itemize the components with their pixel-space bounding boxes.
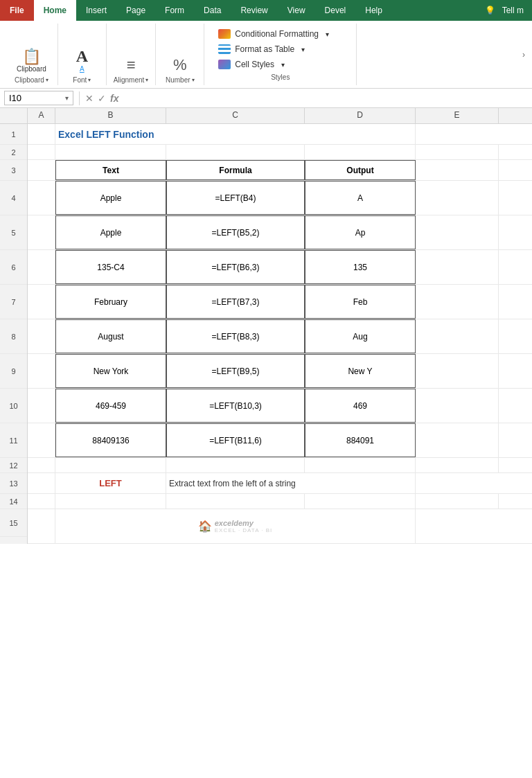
cell-B1[interactable]: Excel LEFT Function <box>55 124 416 144</box>
tab-devel[interactable]: Devel <box>315 0 356 21</box>
cell-E14[interactable] <box>416 494 499 509</box>
cell-C8[interactable]: =LEFT(B8,3) <box>166 319 305 353</box>
cell-E9[interactable] <box>416 354 499 388</box>
cell-B7[interactable]: February <box>55 285 166 319</box>
cancel-formula-icon[interactable]: ✕ <box>85 93 94 104</box>
font-button[interactable]: A A <box>68 46 96 75</box>
cell-A5[interactable] <box>28 215 55 249</box>
cell-A4[interactable] <box>28 181 55 215</box>
cell-B14[interactable] <box>55 494 166 509</box>
row-num-7[interactable]: 7 <box>0 285 27 319</box>
tab-review[interactable]: Review <box>231 0 277 21</box>
name-box[interactable]: I10 ▾ <box>4 91 73 105</box>
cell-B2[interactable] <box>55 145 166 159</box>
row-num-3[interactable]: 3 <box>0 160 27 181</box>
row-num-10[interactable]: 10 <box>0 389 27 423</box>
tab-help[interactable]: Help <box>355 0 392 21</box>
tab-insert[interactable]: Insert <box>76 0 116 21</box>
cell-B8[interactable]: August <box>55 319 166 353</box>
confirm-formula-icon[interactable]: ✓ <box>98 93 106 104</box>
cell-A15[interactable] <box>28 509 55 543</box>
cell-E10[interactable] <box>416 389 499 423</box>
cell-A9[interactable] <box>28 354 55 388</box>
col-header-B[interactable]: B <box>55 108 166 123</box>
alignment-button[interactable]: ≡ <box>117 55 145 75</box>
cell-A2[interactable] <box>28 145 55 159</box>
cell-C14[interactable] <box>166 494 305 509</box>
cell-E12[interactable] <box>416 458 499 472</box>
cell-C10[interactable]: =LEFT(B10,3) <box>166 389 305 423</box>
cell-B5[interactable]: Apple <box>55 215 166 249</box>
cell-E3[interactable] <box>416 160 499 180</box>
col-header-C[interactable]: C <box>166 108 305 123</box>
tab-home[interactable]: Home <box>34 0 76 21</box>
cell-C9[interactable]: =LEFT(B9,5) <box>166 354 305 388</box>
cell-C11[interactable]: =LEFT(B11,6) <box>166 423 305 457</box>
cell-B11[interactable]: 88409136 <box>55 423 166 457</box>
cell-D11[interactable]: 884091 <box>305 423 416 457</box>
cell-A12[interactable] <box>28 458 55 472</box>
cell-styles-button[interactable]: Cell Styles ▾ <box>215 58 332 71</box>
cell-D14[interactable] <box>305 494 416 509</box>
cell-A3[interactable] <box>28 160 55 180</box>
cell-A11[interactable] <box>28 423 55 457</box>
cell-E5[interactable] <box>416 215 499 249</box>
tab-view[interactable]: View <box>278 0 315 21</box>
cell-E4[interactable] <box>416 181 499 215</box>
row-num-2[interactable]: 2 <box>0 145 27 160</box>
cell-C3[interactable]: Formula <box>166 160 305 180</box>
cell-A13[interactable] <box>28 473 55 493</box>
cell-C6[interactable]: =LEFT(B6,3) <box>166 250 305 284</box>
cell-A1[interactable] <box>28 124 55 144</box>
row-num-13[interactable]: 13 <box>0 473 27 494</box>
row-num-8[interactable]: 8 <box>0 319 27 354</box>
row-num-6[interactable]: 6 <box>0 250 27 285</box>
row-num-11[interactable]: 11 <box>0 423 27 458</box>
row-num-14[interactable]: 14 <box>0 494 27 509</box>
cell-B6[interactable]: 135-C4 <box>55 250 166 284</box>
cell-A6[interactable] <box>28 250 55 284</box>
cell-B13[interactable]: LEFT <box>55 473 166 493</box>
clipboard-button[interactable]: 📋 Clipboard <box>12 47 51 75</box>
cell-D7[interactable]: Feb <box>305 285 416 319</box>
row-num-12[interactable]: 12 <box>0 458 27 473</box>
row-num-1[interactable]: 1 <box>0 124 27 145</box>
cell-D3[interactable]: Output <box>305 160 416 180</box>
tab-data[interactable]: Data <box>194 0 231 21</box>
row-num-5[interactable]: 5 <box>0 215 27 250</box>
row-num-4[interactable]: 4 <box>0 181 27 215</box>
cell-E6[interactable] <box>416 250 499 284</box>
cell-A8[interactable] <box>28 319 55 353</box>
cell-D5[interactable]: Ap <box>305 215 416 249</box>
cell-D9[interactable]: New Y <box>305 354 416 388</box>
conditional-formatting-button[interactable]: Conditional Formatting ▾ <box>215 28 332 40</box>
cell-D12[interactable] <box>305 458 416 472</box>
col-header-E[interactable]: E <box>416 108 499 123</box>
cell-A7[interactable] <box>28 285 55 319</box>
cell-D4[interactable]: A <box>305 181 416 215</box>
cell-A14[interactable] <box>28 494 55 509</box>
format-as-table-button[interactable]: Format as Table ▾ <box>215 43 332 55</box>
cell-D2[interactable] <box>305 145 416 159</box>
cell-B12[interactable] <box>55 458 166 472</box>
cell-B4[interactable]: Apple <box>55 181 166 215</box>
cell-B10[interactable]: 469-459 <box>55 389 166 423</box>
cell-D6[interactable]: 135 <box>305 250 416 284</box>
cell-C2[interactable] <box>166 145 305 159</box>
cell-E11[interactable] <box>416 423 499 457</box>
cell-D10[interactable]: 469 <box>305 389 416 423</box>
cell-C4[interactable]: =LEFT(B4) <box>166 181 305 215</box>
cell-E7[interactable] <box>416 285 499 319</box>
cell-B3[interactable]: Text <box>55 160 166 180</box>
tab-form[interactable]: Form <box>155 0 194 21</box>
cell-D8[interactable]: Aug <box>305 319 416 353</box>
cell-C13[interactable]: Extract text from the left of a string <box>166 473 416 493</box>
tab-file[interactable]: File <box>0 0 34 21</box>
insert-function-icon[interactable]: fx <box>110 93 118 104</box>
cell-A10[interactable] <box>28 389 55 423</box>
row-num-9[interactable]: 9 <box>0 354 27 389</box>
row-num-15[interactable]: 15 <box>0 509 27 537</box>
cell-E2[interactable] <box>416 145 499 159</box>
cell-C7[interactable]: =LEFT(B7,3) <box>166 285 305 319</box>
tab-page[interactable]: Page <box>116 0 155 21</box>
